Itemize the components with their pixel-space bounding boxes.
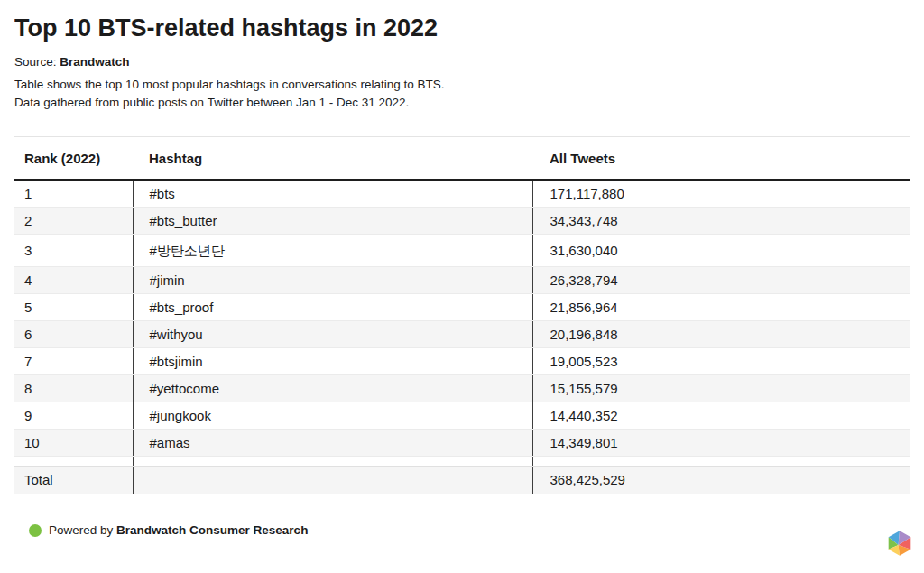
total-label: Total (14, 467, 133, 494)
rank-cell: 8 (14, 375, 133, 402)
tweets-cell: 171,117,880 (532, 180, 910, 208)
rank-cell: 3 (14, 235, 133, 267)
brandwatch-dot-icon (29, 524, 42, 537)
hashtag-cell: #withyou (133, 321, 532, 348)
description: Table shows the top 10 most popular hash… (14, 76, 910, 112)
hashtag-cell: #btsjimin (133, 348, 532, 375)
rank-cell: 7 (14, 348, 133, 375)
rank-cell: 2 (14, 208, 133, 235)
page: Top 10 BTS-related hashtags in 2022 Sour… (0, 14, 924, 538)
hashtag-cell: #bts_butter (133, 208, 532, 235)
tweets-cell: 21,856,964 (532, 294, 910, 321)
total-row: Total 368,425,529 (14, 467, 910, 494)
table-row: 7 #btsjimin 19,005,523 (14, 348, 910, 375)
column-header-rank: Rank (2022) (14, 137, 133, 180)
table-row: 8 #yettocome 15,155,579 (14, 375, 910, 402)
hashtag-cell: #amas (133, 430, 532, 457)
tweets-cell: 31,630,040 (532, 235, 910, 267)
tweets-cell: 15,155,579 (532, 375, 910, 402)
table-row: 1 #bts 171,117,880 (14, 180, 910, 208)
tweets-cell: 26,328,794 (532, 267, 910, 294)
hashtag-cell: #yettocome (133, 375, 532, 402)
tweets-cell: 14,440,352 (532, 402, 910, 430)
source-value: Brandwatch (60, 55, 129, 69)
tweets-cell: 19,005,523 (532, 348, 910, 375)
rank-cell: 1 (14, 180, 133, 208)
table-row: 10 #amas 14,349,801 (14, 430, 910, 457)
spacer-row (14, 457, 910, 467)
brandwatch-hexagon-logo-icon (887, 531, 912, 556)
table-row: 5 #bts_proof 21,856,964 (14, 294, 910, 321)
table-row: 4 #jimin 26,328,794 (14, 267, 910, 294)
table-row: 6 #withyou 20,196,848 (14, 321, 910, 348)
total-empty-cell (133, 467, 532, 494)
hashtag-cell: #방탄소년단 (133, 235, 532, 267)
hashtag-cell: #jungkook (133, 402, 532, 430)
page-title: Top 10 BTS-related hashtags in 2022 (14, 14, 910, 42)
table-header-row: Rank (2022) Hashtag All Tweets (14, 137, 910, 180)
table-row: 3 #방탄소년단 31,630,040 (14, 235, 910, 267)
total-value: 368,425,529 (532, 467, 910, 494)
description-line-2: Data gathered from public posts on Twitt… (14, 96, 409, 109)
hashtags-table: Rank (2022) Hashtag All Tweets 1 #bts 17… (14, 136, 910, 494)
source-line: Source: Brandwatch (14, 55, 910, 69)
footer: Powered by Brandwatch Consumer Research (29, 522, 910, 538)
tweets-cell: 14,349,801 (532, 430, 910, 457)
tweets-cell: 34,343,748 (532, 208, 910, 235)
table-row: 9 #jungkook 14,440,352 (14, 402, 910, 430)
column-header-hashtag: Hashtag (133, 137, 532, 180)
tweets-cell: 20,196,848 (532, 321, 910, 348)
brand-name: Brandwatch Consumer Research (116, 523, 308, 537)
rank-cell: 5 (14, 294, 133, 321)
description-line-1: Table shows the top 10 most popular hash… (14, 78, 445, 91)
column-header-tweets: All Tweets (532, 137, 910, 180)
rank-cell: 9 (14, 402, 133, 430)
source-label: Source: (14, 55, 57, 69)
table-row: 2 #bts_butter 34,343,748 (14, 208, 910, 235)
rank-cell: 6 (14, 321, 133, 348)
powered-by-text: Powered by Brandwatch Consumer Research (49, 522, 308, 538)
hashtag-cell: #bts (133, 180, 532, 208)
rank-cell: 10 (14, 430, 133, 457)
rank-cell: 4 (14, 267, 133, 294)
hashtag-cell: #bts_proof (133, 294, 532, 321)
hashtag-cell: #jimin (133, 267, 532, 294)
